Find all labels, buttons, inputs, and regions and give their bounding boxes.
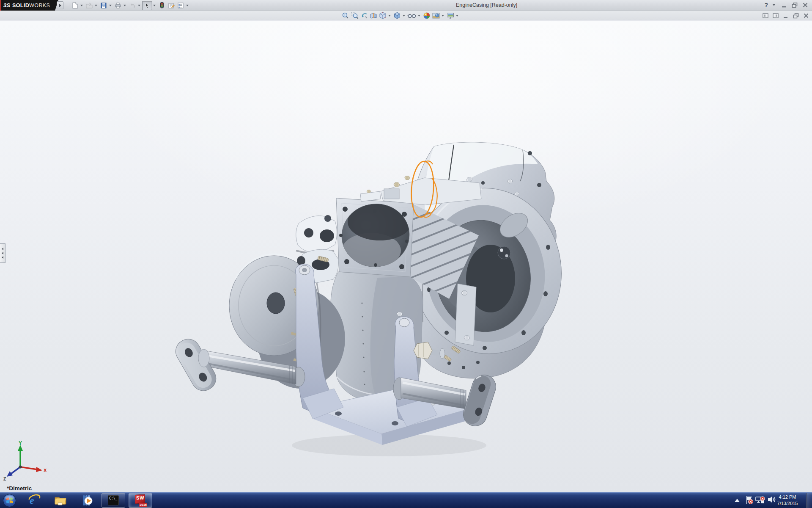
hide-show-dropdown[interactable] xyxy=(418,15,420,17)
titlebar-controls: ? xyxy=(764,1,809,9)
hide-show-items-button[interactable] xyxy=(407,11,417,20)
solidworks-2015-icon: SW 2015 xyxy=(134,494,146,506)
new-document-button[interactable] xyxy=(70,1,80,10)
select-cursor-icon xyxy=(143,2,151,9)
options-icon xyxy=(177,2,184,9)
windows-explorer-icon[interactable] xyxy=(54,494,67,507)
previous-view-button[interactable] xyxy=(359,11,369,20)
undo-button[interactable] xyxy=(128,1,137,10)
logo-mark: 3S xyxy=(3,2,10,8)
solidworks-logo: 3S SOLIDWORKS xyxy=(0,0,58,11)
select-tool-button[interactable] xyxy=(142,1,152,10)
system-tray: 4:12 PM 7/13/2015 xyxy=(702,493,812,508)
save-dropdown[interactable] xyxy=(109,5,112,6)
new-dropdown[interactable] xyxy=(80,5,83,6)
standard-toolbar xyxy=(70,0,190,11)
apply-scene-icon xyxy=(432,11,440,20)
options-dropdown[interactable] xyxy=(186,5,189,6)
open-document-icon xyxy=(85,2,93,9)
network-status-error-icon[interactable] xyxy=(755,495,765,505)
apply-scene-button[interactable] xyxy=(431,11,441,20)
undo-dropdown[interactable] xyxy=(138,5,140,6)
help-button[interactable]: ? xyxy=(764,2,768,8)
view-orientation-icon xyxy=(379,11,387,20)
restore-button[interactable] xyxy=(791,2,798,8)
graphics-viewport[interactable]: Y X Z *Dimetric xyxy=(0,21,812,492)
undo-icon xyxy=(129,2,136,9)
view-orientation-label: *Dimetric xyxy=(7,485,32,491)
select-dropdown[interactable] xyxy=(153,5,156,6)
show-left-pane-icon[interactable] xyxy=(762,12,769,19)
close-document-button[interactable] xyxy=(803,12,809,19)
action-center-icon[interactable] xyxy=(745,495,754,505)
feature-panel-collapsed-tab[interactable] xyxy=(0,243,5,263)
open-dropdown[interactable] xyxy=(95,5,97,6)
heads-up-row xyxy=(0,11,812,20)
start-button[interactable] xyxy=(3,494,16,508)
section-view-button[interactable] xyxy=(369,11,378,20)
edit-appearance-button[interactable] xyxy=(422,11,431,20)
clock-time: 4:12 PM xyxy=(774,494,801,500)
file-properties-icon xyxy=(167,2,175,9)
windows-media-player-icon[interactable] xyxy=(81,494,94,507)
solidworks-year-label: 2015 xyxy=(139,503,147,507)
command-prompt-icon-text: C:\_ xyxy=(109,497,117,500)
previous-view-icon xyxy=(360,11,368,20)
zoom-to-area-icon xyxy=(351,11,359,20)
view-settings-icon xyxy=(446,11,455,20)
logo-accent xyxy=(0,0,1,11)
display-style-icon xyxy=(393,11,401,20)
file-properties-button[interactable] xyxy=(167,1,176,10)
document-controls xyxy=(762,11,809,20)
windows-taskbar: e C:\_ SW 2015 4:12 PM xyxy=(0,492,812,508)
solidworks-window: 3S SOLIDWORKS xyxy=(0,0,812,508)
appearance-ball-icon xyxy=(422,11,431,20)
internet-explorer-icon[interactable]: e xyxy=(28,494,41,507)
minimize-document-button[interactable] xyxy=(782,12,789,19)
logo-text-bold: SOLID xyxy=(12,3,29,8)
view-orientation-dropdown[interactable] xyxy=(388,15,391,17)
rebuild-button[interactable] xyxy=(157,1,167,10)
new-document-icon xyxy=(71,2,79,9)
traffic-light-icon xyxy=(158,2,166,9)
window-title: EngineCasing [Read-only] xyxy=(456,2,517,8)
zoom-to-fit-icon xyxy=(341,11,350,20)
clock-date: 7/13/2015 xyxy=(774,500,801,507)
command-prompt-taskbar-button[interactable]: C:\_ xyxy=(102,493,125,508)
menu-flyout-tab[interactable] xyxy=(57,1,63,9)
help-dropdown[interactable] xyxy=(773,4,775,6)
view-settings-button[interactable] xyxy=(446,11,455,20)
triad-z-label: Z xyxy=(3,477,6,481)
minimize-button[interactable] xyxy=(781,2,787,8)
save-icon xyxy=(100,2,107,9)
show-right-pane-icon[interactable] xyxy=(772,12,779,19)
print-dropdown[interactable] xyxy=(123,5,126,6)
solidworks-cube-letters: SW xyxy=(136,495,145,500)
flyout-arrow-icon xyxy=(59,4,61,7)
restore-document-button[interactable] xyxy=(793,12,799,19)
print-button[interactable] xyxy=(113,1,123,10)
show-desktop-button[interactable] xyxy=(806,493,812,508)
view-settings-dropdown[interactable] xyxy=(456,15,458,17)
show-hidden-icons-button[interactable] xyxy=(734,498,740,503)
expand-panel-arrow-icon xyxy=(2,248,3,250)
save-button[interactable] xyxy=(99,1,108,10)
solidworks-taskbar-button[interactable]: SW 2015 xyxy=(129,493,152,508)
reference-triad[interactable]: Y X Z xyxy=(2,441,48,481)
close-button[interactable] xyxy=(802,2,809,8)
zoom-to-area-button[interactable] xyxy=(350,11,359,20)
open-document-button[interactable] xyxy=(85,1,94,10)
apply-scene-dropdown[interactable] xyxy=(442,15,444,17)
heads-up-toolbar xyxy=(341,11,460,20)
display-style-dropdown[interactable] xyxy=(403,15,405,17)
triad-x-label: X xyxy=(44,468,47,473)
taskbar-clock[interactable]: 4:12 PM 7/13/2015 xyxy=(774,494,801,507)
view-orientation-button[interactable] xyxy=(378,11,387,20)
logo-text-light: WORKS xyxy=(29,3,50,8)
titlebar: 3S SOLIDWORKS xyxy=(0,0,812,11)
display-style-button[interactable] xyxy=(392,11,402,20)
expand-panel-arrow-icon xyxy=(2,256,3,259)
options-button[interactable] xyxy=(176,1,185,10)
command-prompt-icon: C:\_ xyxy=(108,495,119,505)
zoom-to-fit-button[interactable] xyxy=(341,11,350,20)
